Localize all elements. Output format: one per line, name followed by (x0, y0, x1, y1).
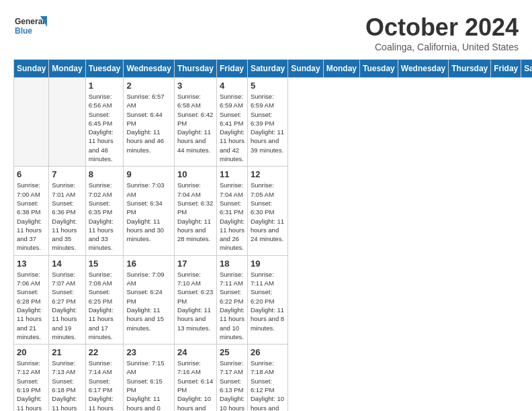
col-header-tuesday: Tuesday (85, 60, 124, 78)
day-number: 9 (126, 169, 171, 179)
day-detail: Sunrise: 6:56 AM Sunset: 6:45 PM Dayligh… (89, 92, 121, 163)
day-number: 17 (177, 259, 214, 269)
day-number: 18 (220, 259, 245, 269)
day-number: 19 (251, 259, 285, 269)
day-number: 21 (52, 347, 82, 357)
calendar-week-3: 13Sunrise: 7:06 AM Sunset: 6:28 PM Dayli… (14, 255, 533, 344)
location: Coalinga, California, United States (365, 42, 519, 52)
calendar-day: 4Sunrise: 6:59 AM Sunset: 6:41 PM Daylig… (216, 78, 247, 167)
day-detail: Sunrise: 7:14 AM Sunset: 6:17 PM Dayligh… (89, 359, 121, 411)
calendar-day: 16Sunrise: 7:09 AM Sunset: 6:24 PM Dayli… (124, 255, 174, 344)
day-detail: Sunrise: 7:13 AM Sunset: 6:18 PM Dayligh… (52, 359, 82, 411)
day-number: 14 (52, 259, 82, 269)
day-detail: Sunrise: 7:05 AM Sunset: 6:30 PM Dayligh… (251, 181, 285, 243)
calendar-day (49, 78, 85, 167)
calendar-day: 20Sunrise: 7:12 AM Sunset: 6:19 PM Dayli… (14, 345, 49, 411)
day-detail: Sunrise: 6:59 AM Sunset: 6:39 PM Dayligh… (251, 92, 285, 154)
day-number: 7 (52, 169, 82, 179)
col-header-monday: Monday (323, 60, 359, 78)
logo: General Blue (13, 13, 47, 43)
day-detail: Sunrise: 6:57 AM Sunset: 6:44 PM Dayligh… (126, 92, 171, 154)
day-number: 11 (220, 169, 245, 179)
calendar-day: 12Sunrise: 7:05 AM Sunset: 6:30 PM Dayli… (247, 167, 287, 255)
day-detail: Sunrise: 7:01 AM Sunset: 6:36 PM Dayligh… (52, 181, 82, 252)
col-header-saturday: Saturday (247, 60, 287, 78)
day-detail: Sunrise: 7:02 AM Sunset: 6:35 PM Dayligh… (89, 181, 121, 252)
calendar-table: SundayMondayTuesdayWednesdayThursdayFrid… (13, 59, 532, 411)
day-detail: Sunrise: 6:58 AM Sunset: 6:42 PM Dayligh… (177, 92, 214, 154)
day-number: 13 (17, 259, 46, 269)
calendar-day: 23Sunrise: 7:15 AM Sunset: 6:15 PM Dayli… (124, 345, 174, 411)
day-number: 1 (89, 81, 121, 91)
day-number: 4 (220, 81, 245, 91)
day-detail: Sunrise: 7:11 AM Sunset: 6:22 PM Dayligh… (220, 270, 245, 341)
day-detail: Sunrise: 7:11 AM Sunset: 6:20 PM Dayligh… (251, 270, 285, 332)
calendar-day: 26Sunrise: 7:18 AM Sunset: 6:12 PM Dayli… (247, 345, 287, 411)
day-number: 26 (251, 347, 285, 357)
svg-text:General: General (15, 17, 45, 26)
col-header-sunday: Sunday (14, 60, 49, 78)
calendar-day: 5Sunrise: 6:59 AM Sunset: 6:39 PM Daylig… (247, 78, 287, 167)
calendar-day: 14Sunrise: 7:07 AM Sunset: 6:27 PM Dayli… (49, 255, 85, 344)
col-header-monday: Monday (49, 60, 85, 78)
day-number: 16 (126, 259, 171, 269)
day-detail: Sunrise: 7:10 AM Sunset: 6:23 PM Dayligh… (177, 270, 214, 332)
calendar-week-2: 6Sunrise: 7:00 AM Sunset: 6:38 PM Daylig… (14, 167, 533, 255)
logo-svg: General Blue (13, 13, 47, 43)
col-header-thursday: Thursday (449, 60, 491, 78)
col-header-friday: Friday (216, 60, 247, 78)
svg-text:Blue: Blue (15, 26, 32, 36)
calendar-day: 2Sunrise: 6:57 AM Sunset: 6:44 PM Daylig… (124, 78, 174, 167)
day-detail: Sunrise: 7:15 AM Sunset: 6:15 PM Dayligh… (126, 359, 171, 411)
calendar-day: 21Sunrise: 7:13 AM Sunset: 6:18 PM Dayli… (49, 345, 85, 411)
calendar-day: 13Sunrise: 7:06 AM Sunset: 6:28 PM Dayli… (14, 255, 49, 344)
col-header-thursday: Thursday (174, 60, 216, 78)
day-detail: Sunrise: 7:03 AM Sunset: 6:34 PM Dayligh… (126, 181, 171, 243)
day-number: 22 (89, 347, 121, 357)
calendar-day: 11Sunrise: 7:04 AM Sunset: 6:31 PM Dayli… (216, 167, 247, 255)
col-header-sunday: Sunday (288, 60, 323, 78)
calendar-day: 19Sunrise: 7:11 AM Sunset: 6:20 PM Dayli… (247, 255, 287, 344)
day-detail: Sunrise: 7:04 AM Sunset: 6:31 PM Dayligh… (220, 181, 245, 252)
day-detail: Sunrise: 7:09 AM Sunset: 6:24 PM Dayligh… (126, 270, 171, 332)
calendar-header-row: SundayMondayTuesdayWednesdayThursdayFrid… (14, 60, 533, 78)
calendar-day: 25Sunrise: 7:17 AM Sunset: 6:13 PM Dayli… (216, 345, 247, 411)
day-detail: Sunrise: 6:59 AM Sunset: 6:41 PM Dayligh… (220, 92, 245, 163)
title-block: October 2024 Coalinga, California, Unite… (365, 13, 519, 52)
col-header-saturday: Saturday (521, 60, 532, 78)
day-detail: Sunrise: 7:06 AM Sunset: 6:28 PM Dayligh… (17, 270, 46, 341)
day-detail: Sunrise: 7:12 AM Sunset: 6:19 PM Dayligh… (17, 359, 46, 411)
calendar-day: 22Sunrise: 7:14 AM Sunset: 6:17 PM Dayli… (85, 345, 124, 411)
calendar-day: 9Sunrise: 7:03 AM Sunset: 6:34 PM Daylig… (124, 167, 174, 255)
day-detail: Sunrise: 7:00 AM Sunset: 6:38 PM Dayligh… (17, 181, 46, 252)
calendar-day: 7Sunrise: 7:01 AM Sunset: 6:36 PM Daylig… (49, 167, 85, 255)
day-number: 2 (126, 81, 171, 91)
day-number: 23 (126, 347, 171, 357)
day-number: 12 (251, 169, 285, 179)
day-number: 20 (17, 347, 46, 357)
page-header: General Blue October 2024 Coalinga, Cali… (13, 13, 519, 52)
day-number: 10 (177, 169, 214, 179)
day-number: 24 (177, 347, 214, 357)
day-detail: Sunrise: 7:18 AM Sunset: 6:12 PM Dayligh… (251, 359, 285, 411)
calendar-day: 3Sunrise: 6:58 AM Sunset: 6:42 PM Daylig… (174, 78, 216, 167)
calendar-week-1: 1Sunrise: 6:56 AM Sunset: 6:45 PM Daylig… (14, 78, 533, 167)
day-number: 8 (89, 169, 121, 179)
calendar-day: 1Sunrise: 6:56 AM Sunset: 6:45 PM Daylig… (85, 78, 124, 167)
day-number: 15 (89, 259, 121, 269)
col-header-tuesday: Tuesday (359, 60, 398, 78)
day-number: 25 (220, 347, 245, 357)
day-detail: Sunrise: 7:16 AM Sunset: 6:14 PM Dayligh… (177, 359, 214, 411)
calendar-day: 10Sunrise: 7:04 AM Sunset: 6:32 PM Dayli… (174, 167, 216, 255)
col-header-wednesday: Wednesday (398, 60, 448, 78)
day-detail: Sunrise: 7:07 AM Sunset: 6:27 PM Dayligh… (52, 270, 82, 341)
day-detail: Sunrise: 7:04 AM Sunset: 6:32 PM Dayligh… (177, 181, 214, 243)
calendar-week-4: 20Sunrise: 7:12 AM Sunset: 6:19 PM Dayli… (14, 345, 533, 411)
day-number: 6 (17, 169, 46, 179)
day-detail: Sunrise: 7:17 AM Sunset: 6:13 PM Dayligh… (220, 359, 245, 411)
month-title: October 2024 (365, 13, 519, 42)
calendar-day (14, 78, 49, 167)
calendar-day: 18Sunrise: 7:11 AM Sunset: 6:22 PM Dayli… (216, 255, 247, 344)
col-header-wednesday: Wednesday (124, 60, 174, 78)
calendar-day: 6Sunrise: 7:00 AM Sunset: 6:38 PM Daylig… (14, 167, 49, 255)
